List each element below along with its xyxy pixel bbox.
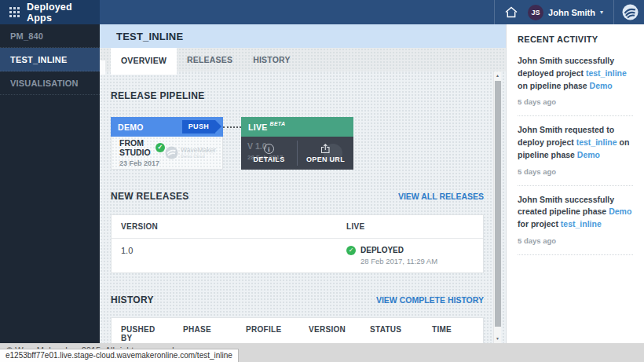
activity-item: John Smith requested to deploy project t… bbox=[518, 116, 633, 185]
demo-phase-card: DEMO PUSH FROM STUDIO ✓ bbox=[111, 117, 223, 170]
table-row: 1.0 ✓ DEPLOYED 28 Feb 2017, 11:29 AM bbox=[112, 239, 483, 272]
column-header-pushed-by: PUSHED BY bbox=[112, 318, 174, 343]
column-header-profile: PROFILE bbox=[236, 318, 299, 343]
activity-timestamp: 5 days ago bbox=[518, 97, 633, 106]
column-header-live: LIVE bbox=[337, 215, 483, 238]
app-switcher-area: Deployed Apps bbox=[0, 0, 100, 24]
sidebar-item-visualisation[interactable]: VISUALISATION bbox=[0, 71, 100, 95]
activity-text: John Smith successfully created pipeline… bbox=[518, 194, 633, 231]
release-version: 1.0 bbox=[112, 239, 337, 272]
tab-bar-stub bbox=[100, 60, 105, 75]
view-complete-history-link[interactable]: VIEW COMPLETE HISTORY bbox=[376, 295, 484, 305]
info-icon: i bbox=[264, 144, 274, 154]
scroll-down-arrow-icon[interactable]: ▼ bbox=[494, 335, 501, 343]
activity-text-part: for project bbox=[518, 219, 561, 229]
activity-project-link[interactable]: test_inline bbox=[561, 219, 602, 229]
scrollbar-thumb[interactable] bbox=[495, 81, 501, 327]
activity-text: John Smith requested to deploy project t… bbox=[518, 124, 633, 161]
user-menu[interactable]: JS John Smith ▾ bbox=[528, 5, 603, 20]
pipeline-connector bbox=[223, 126, 241, 128]
wavemaker-logo-icon bbox=[622, 4, 639, 20]
scroll-area: RELEASE PIPELINE DEMO PUSH bbox=[100, 71, 506, 343]
vertical-scrollbar[interactable]: ▲ ▼ bbox=[493, 71, 501, 343]
deploy-status: DEPLOYED bbox=[360, 246, 437, 254]
live-phase-card: LIVE BETA V 1.0 28 Feb 2017 i DETAIL bbox=[241, 117, 353, 170]
activity-item: John Smith successfully created pipeline… bbox=[518, 186, 633, 255]
activity-item: John Smith successfully deployed project… bbox=[518, 52, 633, 116]
tab-releases[interactable]: RELEASES bbox=[177, 48, 243, 71]
activity-project-link[interactable]: test_inline bbox=[576, 137, 617, 147]
user-name: John Smith bbox=[548, 8, 595, 17]
history-heading: HISTORY bbox=[111, 294, 154, 305]
avatar: JS bbox=[528, 5, 543, 20]
app-body: PM_840 TEST_INLINE VISUALISATION TEST_IN… bbox=[0, 24, 644, 343]
history-table: PUSHED BY PHASE PROFILE VERSION STATUS T… bbox=[111, 317, 484, 343]
activity-text-part: on pipeline phase bbox=[518, 81, 590, 90]
tab-history[interactable]: HISTORY bbox=[243, 48, 301, 71]
activity-timestamp: 5 days ago bbox=[518, 236, 633, 245]
home-icon[interactable] bbox=[504, 5, 518, 19]
column-header-version: VERSION bbox=[112, 215, 337, 238]
demo-phase-label: DEMO bbox=[118, 122, 144, 132]
deploy-time: 28 Feb 2017, 11:29 AM bbox=[360, 257, 437, 265]
success-check-icon: ✓ bbox=[156, 143, 165, 152]
logo-name: WaveMaker bbox=[181, 147, 216, 154]
column-header-phase: PHASE bbox=[174, 318, 236, 343]
activity-text: John Smith successfully deployed project… bbox=[518, 55, 633, 92]
activity-phase-link[interactable]: Demo bbox=[609, 207, 631, 216]
topbar-divider bbox=[613, 0, 614, 24]
recent-activity-heading: RECENT ACTIVITY bbox=[518, 35, 633, 44]
top-bar-actions: JS John Smith ▾ bbox=[100, 0, 644, 24]
sidebar-item-pm-840[interactable]: PM_840 bbox=[0, 24, 100, 48]
top-bar: Deployed Apps JS John Smith ▾ bbox=[0, 0, 644, 24]
column-header-version: VERSION bbox=[299, 318, 360, 343]
demo-deploy-date: 23 Feb 2017 bbox=[119, 159, 165, 167]
new-releases-table: VERSION LIVE 1.0 ✓ DEPLOYED 28 Feb 2017,… bbox=[111, 214, 484, 273]
new-releases-heading: NEW RELEASES bbox=[111, 191, 189, 202]
beta-badge: BETA bbox=[270, 121, 286, 126]
activity-project-link[interactable]: test_inline bbox=[586, 68, 627, 78]
main-panel: TEST_INLINE OVERVIEW RELEASES HISTORY RE… bbox=[100, 24, 507, 343]
open-url-icon bbox=[320, 144, 331, 154]
topbar-divider bbox=[494, 0, 495, 24]
push-arrow-icon bbox=[215, 120, 221, 133]
from-studio-label: FROM STUDIO bbox=[119, 138, 152, 157]
activity-phase-link[interactable]: Demo bbox=[590, 81, 613, 90]
column-header-time: TIME bbox=[423, 318, 483, 343]
projects-sidebar: PM_840 TEST_INLINE VISUALISATION bbox=[0, 24, 100, 343]
tab-overview[interactable]: OVERVIEW bbox=[111, 48, 177, 75]
release-pipeline-heading: RELEASE PIPELINE bbox=[111, 90, 205, 101]
deployed-check-icon: ✓ bbox=[346, 246, 356, 255]
recent-activity-panel: RECENT ACTIVITY John Smith successfully … bbox=[507, 24, 644, 343]
details-button[interactable]: i DETAILS bbox=[241, 137, 297, 170]
page-title: Deployed Apps bbox=[27, 2, 100, 24]
push-button[interactable]: PUSH bbox=[182, 120, 215, 133]
view-all-releases-link[interactable]: VIEW ALL RELEASES bbox=[398, 192, 484, 201]
activity-text-part: John Smith successfully created pipeline… bbox=[518, 195, 614, 217]
project-title: TEST_INLINE bbox=[100, 24, 506, 48]
open-url-button[interactable]: OPEN URL bbox=[298, 137, 353, 170]
chevron-down-icon: ▾ bbox=[600, 9, 603, 16]
apps-grid-icon[interactable] bbox=[9, 7, 20, 17]
tab-bar: OVERVIEW RELEASES HISTORY bbox=[100, 48, 506, 71]
activity-timestamp: 5 days ago bbox=[518, 167, 633, 176]
scroll-up-arrow-icon[interactable]: ▲ bbox=[494, 71, 501, 80]
live-phase-label: LIVE bbox=[248, 122, 268, 132]
wavemaker-cloud-logo: WaveMaker Demo Cloud bbox=[165, 146, 216, 159]
logo-subtext: Demo Cloud bbox=[181, 155, 216, 159]
release-pipeline: DEMO PUSH FROM STUDIO ✓ bbox=[111, 117, 484, 170]
sidebar-item-test-inline[interactable]: TEST_INLINE bbox=[0, 48, 100, 71]
activity-phase-link[interactable]: Demo bbox=[577, 150, 600, 159]
status-bar-url: e1253bff77e01.live.stage-cloud.wavemaker… bbox=[0, 349, 239, 362]
column-header-status: STATUS bbox=[360, 318, 423, 343]
